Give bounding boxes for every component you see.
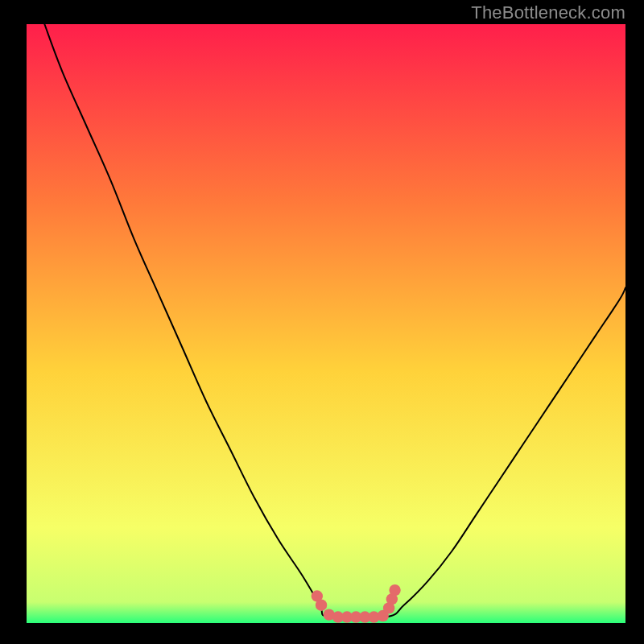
chart-frame: TheBottleneck.com bbox=[0, 0, 644, 644]
gradient-background bbox=[27, 24, 625, 623]
watermark-text: TheBottleneck.com bbox=[471, 2, 625, 23]
plot-area bbox=[27, 24, 625, 623]
data-marker bbox=[316, 599, 327, 610]
data-marker bbox=[389, 584, 400, 596]
chart-svg bbox=[27, 24, 625, 623]
